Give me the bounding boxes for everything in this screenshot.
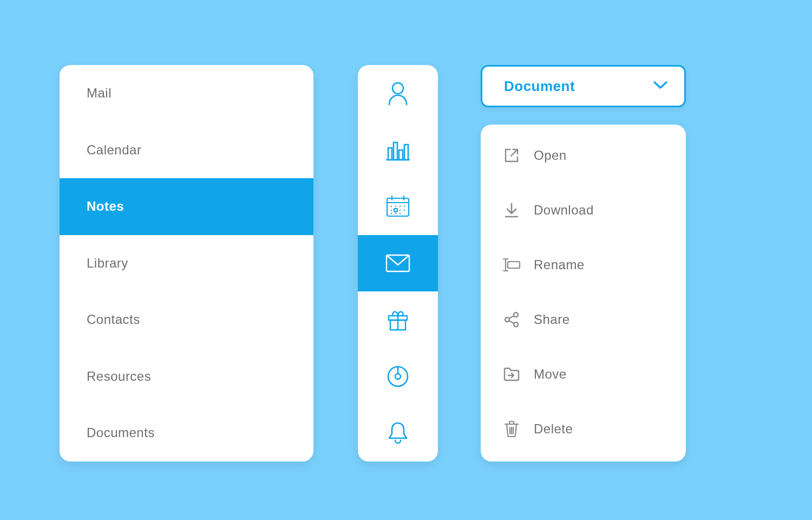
dropdown-label: Document [504,78,575,95]
svg-point-11 [395,206,396,207]
ctx-item-label: Download [534,203,594,218]
rail-item-user[interactable] [358,65,438,122]
ctx-item-label: Rename [534,257,585,272]
svg-point-10 [391,206,392,207]
ctx-item-download[interactable]: Download [481,183,686,237]
svg-rect-31 [508,262,520,268]
svg-point-16 [400,210,401,211]
navigation-menu: Mail Calendar Notes Library Contacts Res… [60,65,313,461]
gift-icon [387,308,409,331]
document-dropdown[interactable]: Document [481,65,686,107]
trash-icon [502,420,521,438]
nav-item-label: Documents [87,425,155,440]
nav-item-label: Notes [87,199,124,214]
folder-move-icon [502,365,521,384]
svg-rect-4 [399,150,403,160]
svg-point-20 [400,213,401,214]
nav-item-label: Library [87,256,128,271]
bell-icon [387,421,409,445]
icon-rail [358,65,438,461]
rail-item-notifications[interactable] [358,405,438,461]
rail-item-disc[interactable] [358,348,438,405]
nav-item-label: Mail [87,86,112,101]
disc-icon [387,365,409,388]
svg-point-18 [391,213,392,214]
ctx-item-move[interactable]: Move [481,347,686,401]
svg-point-17 [404,210,405,211]
svg-point-13 [404,206,405,207]
context-menu: Open Download Rename [481,125,686,461]
nav-item-contacts[interactable]: Contacts [60,291,313,348]
svg-rect-3 [394,142,397,160]
nav-item-calendar[interactable]: Calendar [60,122,313,179]
rail-item-stats[interactable] [358,122,438,179]
calendar-grid-icon [386,196,410,217]
svg-point-19 [395,213,396,214]
ctx-item-label: Open [534,148,567,163]
chevron-down-icon [653,80,668,92]
nav-item-label: Resources [87,369,151,384]
svg-point-0 [392,83,403,94]
nav-item-label: Contacts [87,312,140,327]
ctx-item-delete[interactable]: Delete [481,401,686,456]
svg-rect-5 [404,145,408,160]
external-link-icon [502,146,521,165]
ctx-item-share[interactable]: Share [481,292,686,347]
svg-point-14 [391,210,392,211]
rail-item-gift[interactable] [358,291,438,348]
svg-rect-2 [388,148,392,160]
svg-point-26 [395,374,401,379]
rename-icon [502,256,521,274]
mail-icon [385,254,410,272]
ctx-item-label: Delete [534,421,573,437]
nav-item-mail[interactable]: Mail [60,65,313,122]
svg-point-12 [400,206,401,207]
svg-rect-6 [387,198,409,216]
bar-chart-icon [386,139,410,161]
rail-item-calendar[interactable] [358,178,438,235]
download-icon [502,201,521,219]
nav-item-library[interactable]: Library [60,235,313,292]
svg-line-28 [511,150,518,156]
nav-item-notes[interactable]: Notes [60,178,313,235]
share-nodes-icon [502,310,521,329]
user-icon [387,81,409,105]
nav-item-documents[interactable]: Documents [60,405,313,461]
ctx-item-rename[interactable]: Rename [481,237,686,292]
svg-rect-15 [394,209,397,212]
nav-item-resources[interactable]: Resources [60,348,313,405]
ctx-item-open[interactable]: Open [481,128,686,183]
svg-line-38 [509,316,514,318]
rail-item-mail[interactable] [358,235,438,292]
ctx-item-label: Move [534,367,567,382]
svg-line-39 [509,321,514,323]
nav-item-label: Calendar [87,142,141,158]
ctx-item-label: Share [534,312,570,327]
